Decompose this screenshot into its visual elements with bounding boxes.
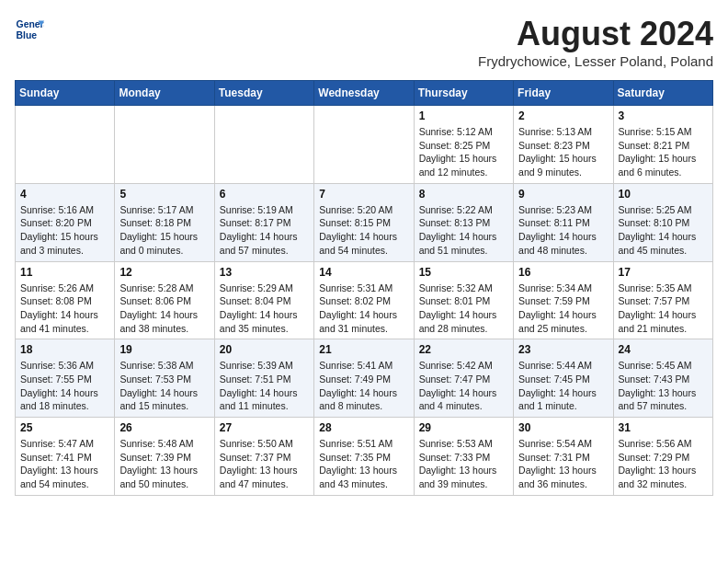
svg-text:Blue: Blue	[17, 30, 38, 40]
weekday-header-tuesday: Tuesday	[214, 81, 313, 106]
day-number: 5	[119, 188, 209, 201]
week-row-2: 4Sunrise: 5:16 AMSunset: 8:20 PMDaylight…	[16, 183, 713, 261]
day-info: Sunrise: 5:54 AMSunset: 7:31 PMDaylight:…	[518, 437, 608, 491]
calendar-cell	[16, 106, 115, 184]
title-block: August 2024 Frydrychowice, Lesser Poland…	[478, 15, 713, 69]
calendar-cell: 23Sunrise: 5:44 AMSunset: 7:45 PMDayligh…	[514, 339, 613, 418]
day-info: Sunrise: 5:13 AMSunset: 8:23 PMDaylight:…	[518, 125, 608, 179]
day-number: 15	[419, 266, 508, 279]
weekday-row: SundayMondayTuesdayWednesdayThursdayFrid…	[16, 81, 713, 106]
weekday-header-wednesday: Wednesday	[314, 81, 414, 106]
calendar-cell: 3Sunrise: 5:15 AMSunset: 8:21 PMDaylight…	[613, 106, 712, 184]
day-info: Sunrise: 5:31 AMSunset: 8:02 PMDaylight:…	[319, 282, 408, 336]
calendar-cell: 14Sunrise: 5:31 AMSunset: 8:02 PMDayligh…	[314, 261, 414, 339]
week-row-1: 1Sunrise: 5:12 AMSunset: 8:25 PMDaylight…	[16, 106, 713, 184]
calendar-cell: 4Sunrise: 5:16 AMSunset: 8:20 PMDaylight…	[16, 183, 115, 261]
weekday-header-thursday: Thursday	[414, 81, 513, 106]
day-number: 31	[619, 421, 708, 434]
day-number: 2	[518, 109, 608, 122]
day-number: 19	[119, 343, 209, 356]
day-number: 8	[419, 188, 508, 201]
day-number: 20	[220, 343, 309, 356]
weekday-header-sunday: Sunday	[16, 81, 115, 106]
day-info: Sunrise: 5:38 AMSunset: 7:53 PMDaylight:…	[119, 359, 209, 413]
day-number: 9	[518, 188, 608, 201]
day-number: 12	[119, 266, 209, 279]
logo: General Blue	[15, 15, 44, 44]
calendar-cell: 8Sunrise: 5:22 AMSunset: 8:13 PMDaylight…	[414, 183, 513, 261]
calendar-cell: 7Sunrise: 5:20 AMSunset: 8:15 PMDaylight…	[314, 183, 414, 261]
day-info: Sunrise: 5:51 AMSunset: 7:35 PMDaylight:…	[319, 437, 408, 491]
day-number: 25	[20, 421, 109, 434]
day-info: Sunrise: 5:34 AMSunset: 7:59 PMDaylight:…	[518, 282, 608, 336]
calendar-cell: 20Sunrise: 5:39 AMSunset: 7:51 PMDayligh…	[214, 339, 313, 418]
week-row-3: 11Sunrise: 5:26 AMSunset: 8:08 PMDayligh…	[16, 261, 713, 339]
day-info: Sunrise: 5:48 AMSunset: 7:39 PMDaylight:…	[119, 437, 209, 491]
day-number: 16	[518, 266, 608, 279]
page-header: General Blue August 2024 Frydrychowice, …	[15, 15, 713, 69]
day-info: Sunrise: 5:22 AMSunset: 8:13 PMDaylight:…	[419, 203, 508, 258]
week-row-4: 18Sunrise: 5:36 AMSunset: 7:55 PMDayligh…	[16, 339, 713, 418]
day-number: 21	[319, 343, 408, 356]
day-info: Sunrise: 5:42 AMSunset: 7:47 PMDaylight:…	[419, 359, 508, 413]
calendar-cell: 10Sunrise: 5:25 AMSunset: 8:10 PMDayligh…	[613, 183, 712, 261]
day-info: Sunrise: 5:23 AMSunset: 8:11 PMDaylight:…	[518, 203, 608, 258]
calendar-cell: 22Sunrise: 5:42 AMSunset: 7:47 PMDayligh…	[414, 339, 513, 418]
day-info: Sunrise: 5:29 AMSunset: 8:04 PMDaylight:…	[220, 282, 309, 336]
day-number: 27	[220, 421, 309, 434]
day-info: Sunrise: 5:36 AMSunset: 7:55 PMDaylight:…	[20, 359, 109, 413]
calendar-cell	[314, 106, 414, 184]
day-number: 30	[518, 421, 608, 434]
calendar-cell: 15Sunrise: 5:32 AMSunset: 8:01 PMDayligh…	[414, 261, 513, 339]
calendar-cell: 31Sunrise: 5:56 AMSunset: 7:29 PMDayligh…	[613, 418, 712, 496]
day-number: 18	[20, 343, 109, 356]
day-info: Sunrise: 5:20 AMSunset: 8:15 PMDaylight:…	[319, 203, 408, 258]
calendar-cell: 27Sunrise: 5:50 AMSunset: 7:37 PMDayligh…	[214, 418, 313, 496]
day-number: 10	[619, 188, 708, 201]
day-info: Sunrise: 5:17 AMSunset: 8:18 PMDaylight:…	[119, 203, 209, 258]
weekday-header-friday: Friday	[514, 81, 613, 106]
day-info: Sunrise: 5:45 AMSunset: 7:43 PMDaylight:…	[619, 359, 708, 413]
day-number: 28	[319, 421, 408, 434]
calendar-cell: 26Sunrise: 5:48 AMSunset: 7:39 PMDayligh…	[115, 418, 214, 496]
calendar-cell: 1Sunrise: 5:12 AMSunset: 8:25 PMDaylight…	[414, 106, 513, 184]
logo-icon: General Blue	[15, 15, 44, 44]
calendar-cell: 24Sunrise: 5:45 AMSunset: 7:43 PMDayligh…	[613, 339, 712, 418]
day-info: Sunrise: 5:35 AMSunset: 7:57 PMDaylight:…	[619, 282, 708, 336]
weekday-header-saturday: Saturday	[613, 81, 712, 106]
day-info: Sunrise: 5:41 AMSunset: 7:49 PMDaylight:…	[319, 359, 408, 413]
day-number: 14	[319, 266, 408, 279]
calendar-cell: 29Sunrise: 5:53 AMSunset: 7:33 PMDayligh…	[414, 418, 513, 496]
day-info: Sunrise: 5:28 AMSunset: 8:06 PMDaylight:…	[119, 282, 209, 336]
day-info: Sunrise: 5:44 AMSunset: 7:45 PMDaylight:…	[518, 359, 608, 413]
day-info: Sunrise: 5:47 AMSunset: 7:41 PMDaylight:…	[20, 437, 109, 491]
calendar-cell: 9Sunrise: 5:23 AMSunset: 8:11 PMDaylight…	[514, 183, 613, 261]
calendar-header: SundayMondayTuesdayWednesdayThursdayFrid…	[16, 81, 713, 106]
calendar-cell: 12Sunrise: 5:28 AMSunset: 8:06 PMDayligh…	[115, 261, 214, 339]
location: Frydrychowice, Lesser Poland, Poland	[478, 53, 713, 69]
day-info: Sunrise: 5:25 AMSunset: 8:10 PMDaylight:…	[619, 203, 708, 258]
calendar-cell: 6Sunrise: 5:19 AMSunset: 8:17 PMDaylight…	[214, 183, 313, 261]
day-info: Sunrise: 5:50 AMSunset: 7:37 PMDaylight:…	[220, 437, 309, 491]
day-info: Sunrise: 5:39 AMSunset: 7:51 PMDaylight:…	[220, 359, 309, 413]
day-number: 4	[20, 188, 109, 201]
day-number: 23	[518, 343, 608, 356]
calendar-cell: 18Sunrise: 5:36 AMSunset: 7:55 PMDayligh…	[16, 339, 115, 418]
day-info: Sunrise: 5:53 AMSunset: 7:33 PMDaylight:…	[419, 437, 508, 491]
day-number: 24	[619, 343, 708, 356]
day-info: Sunrise: 5:19 AMSunset: 8:17 PMDaylight:…	[220, 203, 309, 258]
calendar-cell: 25Sunrise: 5:47 AMSunset: 7:41 PMDayligh…	[16, 418, 115, 496]
day-info: Sunrise: 5:56 AMSunset: 7:29 PMDaylight:…	[619, 437, 708, 491]
day-info: Sunrise: 5:15 AMSunset: 8:21 PMDaylight:…	[619, 125, 708, 179]
calendar-cell: 11Sunrise: 5:26 AMSunset: 8:08 PMDayligh…	[16, 261, 115, 339]
day-number: 26	[119, 421, 209, 434]
calendar-cell: 2Sunrise: 5:13 AMSunset: 8:23 PMDaylight…	[514, 106, 613, 184]
day-info: Sunrise: 5:26 AMSunset: 8:08 PMDaylight:…	[20, 282, 109, 336]
calendar-cell	[115, 106, 214, 184]
calendar-table: SundayMondayTuesdayWednesdayThursdayFrid…	[15, 80, 713, 496]
calendar-body: 1Sunrise: 5:12 AMSunset: 8:25 PMDaylight…	[16, 106, 713, 496]
day-number: 22	[419, 343, 508, 356]
calendar-cell: 5Sunrise: 5:17 AMSunset: 8:18 PMDaylight…	[115, 183, 214, 261]
day-number: 1	[419, 109, 508, 122]
weekday-header-monday: Monday	[115, 81, 214, 106]
